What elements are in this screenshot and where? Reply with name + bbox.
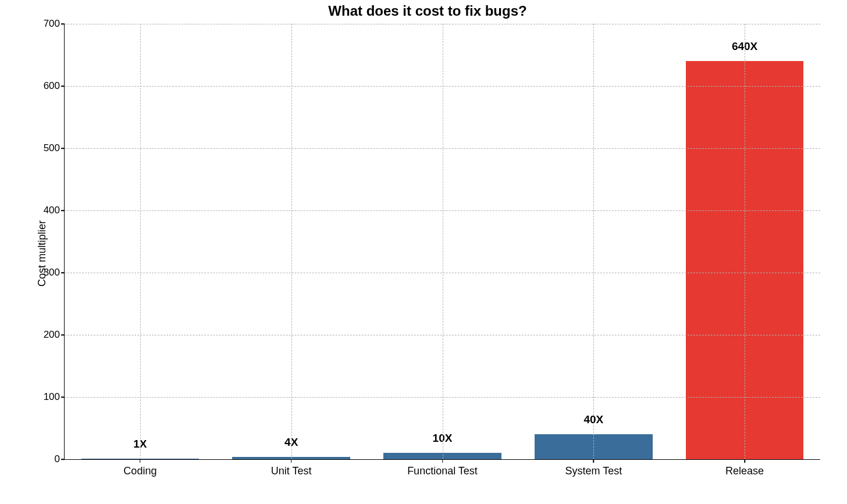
- plot-area: 1X4X10X40X640X 0100200300400500600700Cod…: [64, 24, 820, 460]
- grid-line-vertical: [745, 24, 745, 459]
- y-tick-label: 700: [44, 18, 60, 30]
- grid-line-vertical: [443, 24, 443, 459]
- x-tick-mark: [140, 459, 141, 463]
- x-tick-mark: [744, 459, 745, 463]
- bar-chart: What does it cost to fix bugs? Cost mult…: [29, 3, 826, 491]
- y-tick-mark: [61, 148, 65, 149]
- y-tick-mark: [61, 396, 65, 398]
- y-tick-mark: [61, 85, 65, 87]
- x-tick-label: Unit Test: [271, 465, 312, 477]
- x-tick-mark: [593, 459, 595, 463]
- y-tick-label: 600: [44, 80, 60, 92]
- x-tick-mark: [291, 459, 292, 463]
- grid-line-vertical: [140, 24, 141, 459]
- x-tick-label: Functional Test: [407, 465, 478, 477]
- y-tick-mark: [61, 334, 65, 335]
- x-tick-label: Coding: [123, 465, 156, 477]
- y-tick-label: 500: [44, 142, 60, 154]
- y-tick-label: 0: [55, 453, 60, 465]
- y-tick-mark: [61, 459, 65, 460]
- chart-title: What does it cost to fix bugs?: [29, 3, 826, 19]
- x-tick-mark: [442, 459, 443, 463]
- grid-line-vertical: [291, 24, 292, 459]
- plot-wrapper: Cost multiplier 1X4X10X40X640X 010020030…: [29, 24, 826, 483]
- x-tick-label: Release: [725, 465, 764, 477]
- y-tick-mark: [61, 272, 65, 273]
- y-tick-label: 100: [44, 391, 60, 403]
- y-tick-mark: [61, 210, 65, 211]
- x-tick-label: System Test: [565, 465, 622, 477]
- y-tick-mark: [61, 23, 65, 24]
- y-tick-label: 400: [44, 205, 60, 216]
- grid-line-vertical: [593, 24, 594, 459]
- y-tick-label: 300: [44, 267, 60, 278]
- y-tick-label: 200: [44, 329, 60, 341]
